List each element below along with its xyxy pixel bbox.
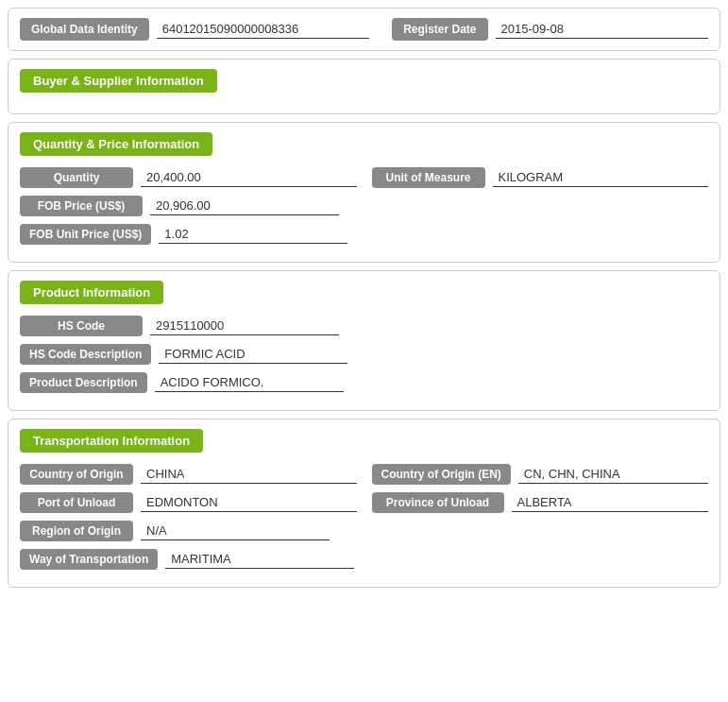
hs-code-row: HS Code 2915110000 (20, 316, 708, 336)
fob-unit-price-label: FOB Unit Price (US$) (20, 224, 151, 245)
page-wrapper: Global Data Identity 6401201509000000833… (0, 0, 728, 595)
quantity-col: Quantity 20,400.00 (20, 167, 357, 188)
product-desc-label: Product Description (20, 372, 147, 393)
product-header: Product Information (20, 281, 163, 304)
fob-price-label: FOB Price (US$) (20, 196, 143, 216)
transportation-header: Transportation Information (20, 429, 203, 453)
quantity-price-card: Quantity & Price Information Quantity 20… (8, 122, 720, 263)
way-transport-value: MARITIMA (165, 550, 354, 569)
fob-unit-price-row: FOB Unit Price (US$) 1.02 (20, 224, 708, 245)
port-unload-label: Port of Unload (20, 492, 133, 513)
hs-code-value: 2915110000 (150, 317, 339, 335)
province-unload-col: Province of Unload ALBERTA (372, 492, 709, 513)
port-unload-value: EDMONTON (141, 493, 357, 512)
buyer-supplier-header: Buyer & Supplier Information (20, 69, 217, 93)
region-origin-value: N/A (141, 522, 330, 540)
province-unload-label: Province of Unload (372, 492, 504, 513)
country-origin-en-label: Country of Origin (EN) (372, 464, 511, 485)
global-data-identity-label: Global Data Identity (20, 18, 149, 41)
register-date-label: Register Date (392, 18, 487, 41)
unit-of-measure-value: KILOGRAM (493, 168, 709, 187)
unit-of-measure-label: Unit of Measure (372, 167, 485, 188)
way-transport-label: Way of Transportation (20, 549, 158, 570)
hs-code-desc-value: FORMIC ACID (159, 345, 347, 364)
product-card: Product Information HS Code 2915110000 H… (8, 270, 720, 411)
country-origin-col: Country of Origin CHINA (20, 464, 357, 485)
product-desc-value: ACIDO FORMICO. (155, 373, 344, 392)
region-origin-label: Region of Origin (20, 521, 133, 541)
hs-code-label: HS Code (20, 316, 143, 336)
country-origin-en-col: Country of Origin (EN) CN, CHN, CHINA (372, 464, 709, 485)
fob-price-row: FOB Price (US$) 20,906.00 (20, 196, 708, 216)
quantity-label: Quantity (20, 167, 133, 188)
product-desc-row: Product Description ACIDO FORMICO. (20, 372, 708, 393)
hs-code-desc-row: HS Code Description FORMIC ACID (20, 344, 708, 365)
port-unload-col: Port of Unload EDMONTON (20, 492, 357, 513)
country-origin-row: Country of Origin CHINA Country of Origi… (20, 464, 708, 485)
transportation-card: Transportation Information Country of Or… (8, 419, 720, 588)
fob-unit-price-value: 1.02 (159, 225, 347, 244)
way-transport-row: Way of Transportation MARITIMA (20, 549, 708, 570)
country-origin-en-value: CN, CHN, CHINA (518, 465, 708, 484)
region-origin-row: Region of Origin N/A (20, 521, 708, 541)
register-date-value: 2015-09-08 (496, 20, 708, 39)
quantity-value: 20,400.00 (141, 168, 357, 187)
country-origin-label: Country of Origin (20, 464, 133, 485)
country-origin-value: CHINA (141, 465, 357, 484)
buyer-supplier-card: Buyer & Supplier Information (8, 59, 720, 114)
fob-price-value: 20,906.00 (150, 197, 339, 215)
identity-row: Global Data Identity 6401201509000000833… (20, 18, 708, 41)
global-data-identity-value: 64012015090000008336 (157, 20, 369, 39)
port-unload-row: Port of Unload EDMONTON Province of Unlo… (20, 492, 708, 513)
identity-card: Global Data Identity 6401201509000000833… (8, 8, 720, 51)
province-unload-value: ALBERTA (512, 493, 709, 512)
hs-code-desc-label: HS Code Description (20, 344, 151, 365)
quantity-row: Quantity 20,400.00 Unit of Measure KILOG… (20, 167, 708, 188)
unit-of-measure-col: Unit of Measure KILOGRAM (372, 167, 709, 188)
quantity-price-header: Quantity & Price Information (20, 132, 212, 156)
